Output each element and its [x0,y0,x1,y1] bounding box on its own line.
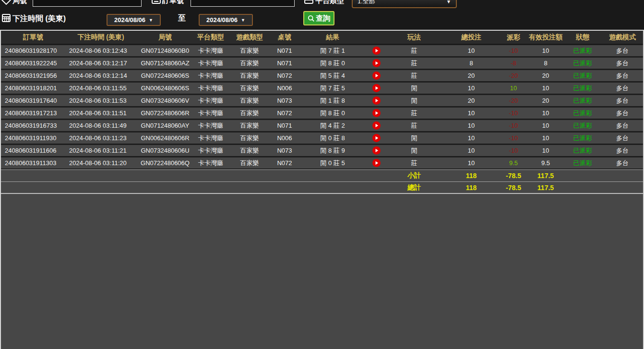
cell-order-number: 240806031911930 [1,134,65,142]
play-icon[interactable] [372,96,381,105]
table-row: 2408060319116062024-08-06 03:11:21GN0732… [1,145,643,157]
header-cell: 結果 [298,33,368,42]
cell-table-number: N071 [272,122,298,129]
date-to-picker[interactable]: 2024/08/06 ▼ [199,14,253,26]
cell-game-mode: 多台 [602,134,643,143]
cell-play-type: 莊 [385,109,443,118]
cell-order-number: 240806031922245 [1,60,65,67]
replay-button[interactable] [368,109,385,117]
cell-payout: -10 [499,47,528,54]
cell-table-number: N006 [272,134,298,142]
replay-button[interactable] [368,159,385,167]
platform-type-select[interactable]: 1.全部 ▼ [352,0,457,8]
cell-table-number: N072 [272,159,298,167]
play-icon[interactable] [372,84,381,92]
table-row: 2408060319222452024-08-06 03:12:17GN0712… [1,58,643,70]
cell-bet-time: 2024-08-06 03:11:21 [65,147,136,154]
header-cell: 局號 [136,33,194,42]
cell-payout: -20 [499,97,528,104]
cell-round-number: GN071248060AZ [136,60,194,67]
cell-order-number: 240806031918201 [1,84,65,92]
cell-play-type: 莊 [385,72,443,80]
cell-status: 已派彩 [563,59,602,68]
play-icon[interactable] [372,121,381,130]
cell-order-number: 240806031928170 [1,47,65,54]
cell-platform-type: 卡卡灣廳 [194,59,227,68]
order-number-input[interactable] [191,0,295,7]
replay-button[interactable] [368,47,385,55]
cell-result: 閒 7 莊 1 [298,47,368,55]
cell-platform-type: 卡卡灣廳 [194,72,227,80]
table-row: 2408060319167332024-08-06 03:11:49GN0712… [1,120,643,132]
to-label: 至 [178,13,186,24]
round-number-input[interactable] [33,0,142,7]
cell-status: 已派彩 [563,134,602,143]
cell-game-mode: 多台 [602,96,643,105]
replay-button[interactable] [368,134,385,142]
play-icon[interactable] [372,109,381,117]
table-row: 2408060319176402024-08-06 03:11:53GN0732… [1,95,643,108]
cell-total-bet: 20 [443,97,499,104]
cell-platform-type: 卡卡灣廳 [194,134,227,143]
cell-valid-bet: 20 [528,97,563,104]
grand-total-valid-bet: 117.5 [528,184,563,192]
play-icon[interactable] [372,134,381,142]
cell-play-type: 閒 [385,134,443,143]
cell-status: 已派彩 [563,159,602,168]
bet-records-table: 訂單號下注時間 (美東)局號平台類型遊戲類型桌號結果玩法總投注派彩有效投注額狀態… [0,30,644,349]
cell-result: 閒 5 莊 4 [298,72,368,80]
cell-game-mode: 多台 [602,159,643,168]
table-row: 2408060319281702024-08-06 03:12:43GN0712… [1,45,643,58]
cell-play-type: 莊 [385,47,443,55]
cell-order-number: 240806031916733 [1,122,65,129]
header-cell: 派彩 [499,33,528,42]
cell-result: 閒 1 莊 8 [298,96,368,105]
cell-game-mode: 多台 [602,59,643,68]
header-cell: 總投注 [443,33,499,42]
cell-platform-type: 卡卡灣廳 [194,121,227,130]
header-cell: 狀態 [563,33,602,42]
cell-valid-bet: 8 [528,60,563,67]
play-icon[interactable] [372,47,381,55]
date-from-picker[interactable]: 2024/08/06 ▼ [107,14,161,26]
cell-game-type: 百家樂 [227,134,272,143]
query-button[interactable]: 查詢 [303,11,334,25]
cell-round-number: GN071248060B0 [136,47,194,54]
replay-button[interactable] [368,59,385,67]
cell-platform-type: 卡卡灣廳 [194,84,227,93]
play-icon[interactable] [372,59,381,67]
date-to-value: 2024/08/06 [206,16,238,24]
replay-button[interactable] [368,121,385,130]
cell-payout: -10 [499,109,528,117]
cell-play-type: 閒 [385,146,443,155]
cell-valid-bet: 10 [528,147,563,154]
cell-game-type: 百家樂 [227,159,272,168]
platform-type-icon [304,0,314,6]
cell-result: 閒 7 莊 5 [298,84,368,93]
replay-button[interactable] [368,84,385,92]
cell-round-number: GN0732480606V [136,97,194,104]
replay-button[interactable] [368,96,385,105]
cell-valid-bet: 10 [528,109,563,117]
cell-status: 已派彩 [563,47,602,55]
replay-button[interactable] [368,146,385,155]
cell-payout: 9.5 [499,159,528,167]
header-cell: 平台類型 [194,33,227,42]
play-icon[interactable] [372,159,381,167]
cell-total-bet: 10 [443,134,499,142]
play-icon[interactable] [372,146,381,155]
replay-button[interactable] [368,72,385,80]
grand-total-label: 總計 [385,183,443,192]
cell-game-mode: 多台 [602,109,643,118]
cell-round-number: GN0722480606R [136,109,194,117]
play-icon[interactable] [372,72,381,80]
cell-valid-bet: 20 [528,72,563,79]
query-button-label: 查詢 [316,14,331,23]
cell-total-bet: 10 [443,84,499,92]
cell-bet-time: 2024-08-06 03:11:53 [65,97,136,104]
cell-total-bet: 10 [443,109,499,117]
cell-order-number: 240806031921956 [1,72,65,79]
cell-status: 已派彩 [563,109,602,118]
filter-form: 局號 訂單號 平台類型 1.全部 ▼ 下注時間 (美東) 2024/08/06 … [0,0,644,30]
chevron-down-icon: ▼ [241,18,245,23]
